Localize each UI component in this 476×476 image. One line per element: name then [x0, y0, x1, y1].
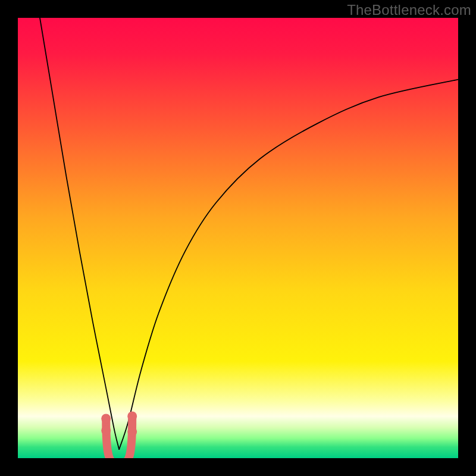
- marker-dot: [101, 414, 111, 423]
- plot-area: [18, 18, 458, 458]
- marker-dot: [127, 411, 137, 421]
- watermark-text: TheBottleneck.com: [347, 2, 471, 18]
- curve-left-branch: [40, 18, 119, 449]
- marker-dot: [127, 427, 137, 436]
- marker-u-shape: [106, 418, 132, 458]
- curve-layer: [18, 18, 458, 458]
- curve-right-branch: [119, 80, 458, 450]
- marker-dot: [101, 425, 111, 435]
- chart-frame: TheBottleneck.com: [0, 0, 476, 476]
